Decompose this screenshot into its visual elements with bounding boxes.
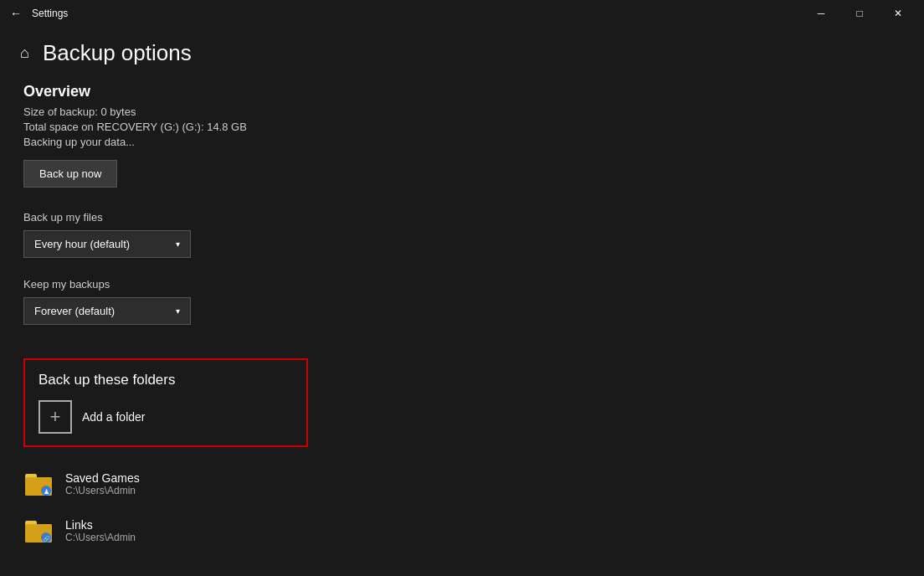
folder-path-links: C:\Users\Admin [65,532,136,543]
keep-backups-dropdown[interactable]: Forever (default) ▾ [23,297,191,325]
folder-path-saved-games: C:\Users\Admin [65,485,140,496]
folder-icon-saved-games: ♟ [23,469,54,499]
folder-svg: ♟ [23,469,54,499]
backup-frequency-chevron: ▾ [176,239,180,249]
close-icon: ✕ [894,8,902,19]
title-bar-left: ← Settings [7,3,68,23]
folder-svg-links: 🔗 [23,516,54,546]
backup-frequency-dropdown[interactable]: Every hour (default) ▾ [23,230,191,258]
folder-name-links: Links [65,518,136,532]
overview-title: Overview [23,83,901,100]
total-space: Total space on RECOVERY (G:) (G:): 14.8 … [23,121,901,133]
backup-frequency-value: Every hour (default) [34,238,130,250]
keep-backups-section: Keep my backups Forever (default) ▾ [23,278,901,325]
backup-frequency-section: Back up my files Every hour (default) ▾ [23,211,901,258]
overview-section: Overview Size of backup: 0 bytes Total s… [23,83,901,211]
folder-name-saved-games: Saved Games [65,471,140,485]
backup-frequency-label: Back up my files [23,211,901,224]
folders-section-title: Back up these folders [38,372,293,388]
maximize-icon: □ [856,8,862,19]
close-button[interactable]: ✕ [879,0,917,27]
home-icon: ⌂ [20,44,29,62]
backup-folders-section: Back up these folders + Add a folder [23,358,308,447]
keep-backups-chevron: ▾ [176,306,180,316]
page-header: ⌂ Backup options [0,27,924,76]
folder-info-links: Links C:\Users\Admin [65,518,136,543]
add-folder-icon: + [38,400,72,434]
add-folder-label: Add a folder [82,410,146,424]
svg-text:♟: ♟ [44,488,49,496]
back-up-now-button[interactable]: Back up now [23,160,117,188]
add-icon: + [50,406,61,428]
app-title: Settings [32,8,68,19]
minimize-icon: ─ [818,8,825,19]
minimize-button[interactable]: ─ [802,0,840,27]
folder-list: ♟ Saved Games C:\Users\Admin 🔗 [23,460,901,554]
folder-info-saved-games: Saved Games C:\Users\Admin [65,471,140,496]
page-title: Backup options [43,40,192,66]
title-bar: ← Settings ─ □ ✕ [0,0,924,27]
backup-status: Backing up your data... [23,136,901,148]
keep-backups-label: Keep my backups [23,278,901,291]
svg-text:🔗: 🔗 [43,535,50,543]
keep-backups-value: Forever (default) [34,305,115,317]
main-content: Overview Size of backup: 0 bytes Total s… [0,76,924,575]
folder-item[interactable]: 🔗 Links C:\Users\Admin [23,507,901,554]
add-folder-row[interactable]: + Add a folder [38,400,293,434]
maximize-button[interactable]: □ [840,0,879,27]
backup-size: Size of backup: 0 bytes [23,105,901,118]
window-controls: ─ □ ✕ [802,0,917,27]
folder-icon-links: 🔗 [23,516,54,546]
back-button[interactable]: ← [7,3,25,23]
folder-item[interactable]: ♟ Saved Games C:\Users\Admin [23,460,901,507]
